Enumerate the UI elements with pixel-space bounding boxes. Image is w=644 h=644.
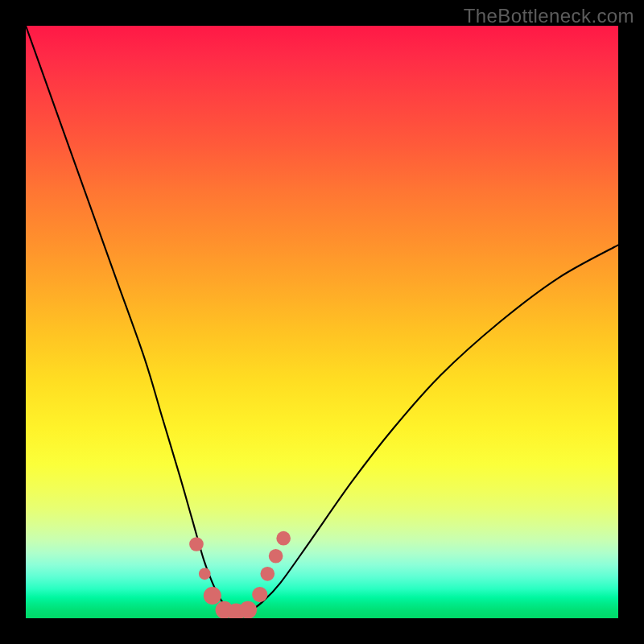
watermark-text: TheBottleneck.com: [464, 5, 634, 27]
bottleneck-curve-path: [26, 26, 618, 613]
curve-layer: [26, 26, 618, 618]
curve-marker: [239, 601, 257, 618]
curve-markers: [189, 531, 291, 618]
curve-marker: [252, 587, 267, 602]
plot-area: [26, 26, 618, 618]
curve-marker: [276, 531, 291, 546]
curve-marker: [260, 567, 275, 581]
chart-frame: TheBottleneck.com: [0, 0, 644, 644]
curve-marker: [189, 537, 204, 551]
curve-marker: [204, 587, 221, 605]
curve-marker: [199, 568, 211, 580]
curve-marker: [269, 549, 283, 564]
